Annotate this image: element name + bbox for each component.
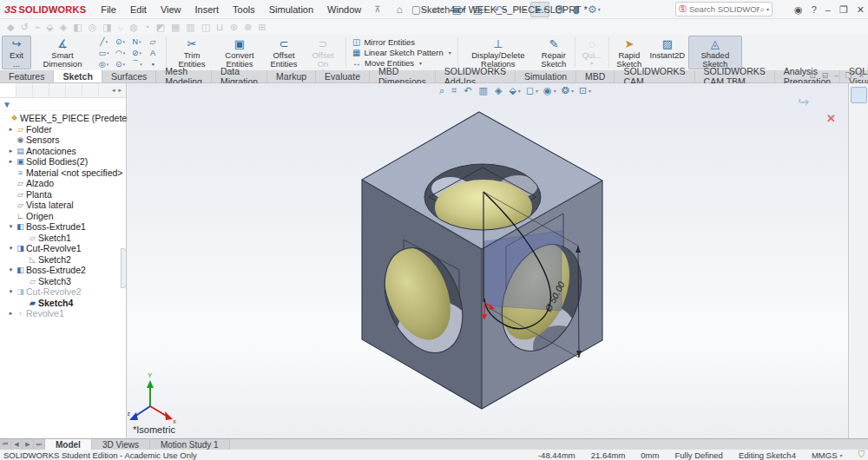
ribbon-tab[interactable]: SOLIDWORKS CAM TBM xyxy=(695,70,775,82)
model-canvas[interactable]: Ø 50.00 Y x z xyxy=(128,83,848,438)
minimize-icon[interactable]: – xyxy=(825,4,831,15)
tree-item-cut-revolve2[interactable]: ▾ ◨ Cut-Revolve2 xyxy=(0,286,126,298)
ellipse-tool-icon[interactable]: ⊘▾ xyxy=(128,47,145,58)
tree-item-origin[interactable]: ∟ Origen xyxy=(0,211,126,222)
file-explorer-icon[interactable] xyxy=(851,144,867,161)
tree-item-cut-revolve1[interactable]: ▾ ◨ Cut-Revolve1 xyxy=(0,243,126,254)
menu-item[interactable]: View xyxy=(155,3,187,16)
cancel-sketch-icon[interactable]: ✕ xyxy=(826,112,836,125)
restore-icon[interactable]: ❐ xyxy=(839,4,848,16)
ribbon-tab[interactable]: Mesh Modeling xyxy=(156,70,212,82)
tab-scroll-first-icon[interactable]: ⏮ xyxy=(0,439,11,450)
display-delete-relations-button[interactable]: ⊥ Display/Delete Relations ▾ xyxy=(461,36,536,69)
menu-item[interactable]: Window xyxy=(321,3,367,16)
tree-item-material[interactable]: ≡ Material <not specified> xyxy=(0,168,126,179)
ribbon-tab[interactable]: SOLIDWORKS CAM xyxy=(615,70,694,82)
expand-arrow-icon[interactable]: ▾ xyxy=(7,245,15,252)
ribbon-tab[interactable]: Features xyxy=(0,70,54,82)
tree-item-folder[interactable]: ▸ ▱ Folder xyxy=(0,124,126,135)
custom-properties-icon[interactable] xyxy=(851,201,867,218)
panel-scroll-left-icon[interactable]: ◂ xyxy=(112,87,115,94)
ribbon-tab[interactable]: Evaluate xyxy=(316,70,370,82)
expand-arrow-icon[interactable]: ▸ xyxy=(7,148,15,154)
rapid-sketch-button[interactable]: ➤ Rapid Sketch xyxy=(612,36,647,69)
configurationmanager-tab-icon[interactable] xyxy=(33,83,49,97)
study-tab[interactable]: 3D Views xyxy=(92,439,150,450)
sketch-plane-tool-icon[interactable]: ▱ xyxy=(145,36,161,47)
smart-dimension-button[interactable]: ∡ Smart Dimension ▾ xyxy=(31,36,94,69)
instant2d-button[interactable]: ▨ Instant2D xyxy=(647,36,688,69)
tree-item-boss-extrude2[interactable]: ▾ ◧ Boss-Extrude2 xyxy=(0,265,126,276)
exit-sketch-button[interactable]: ↪ Exit ... ▾ xyxy=(2,36,31,69)
menu-item[interactable]: Edit xyxy=(124,3,153,16)
appearances-scenes-icon[interactable] xyxy=(851,182,867,199)
home-icon[interactable]: ⌂ xyxy=(393,2,407,17)
tree-item-boss-extrude1[interactable]: ▾ ◧ Boss-Extrude1 xyxy=(0,221,126,233)
study-tab[interactable]: Model xyxy=(45,439,92,450)
tree-item-sketch2[interactable]: ◺ Sketch2 xyxy=(0,254,126,266)
filter-icon[interactable]: ▼ xyxy=(3,100,11,109)
mirror-entities-button[interactable]: ◫ Mirror Entities xyxy=(352,37,451,47)
tree-item-sketch1[interactable]: ▱ Sketch1 xyxy=(0,233,126,244)
rectangle-tool-icon[interactable]: ▭▾ xyxy=(95,47,112,58)
minimize-doc-icon[interactable]: – xyxy=(834,71,838,80)
propertymanager-tab-icon[interactable] xyxy=(16,83,33,97)
ribbon-tab[interactable]: MBD xyxy=(576,70,615,82)
tab-scroll-next-icon[interactable]: ▶ xyxy=(23,439,34,450)
ribbon-tab[interactable]: Simulation xyxy=(516,70,576,82)
cam-tab-icon[interactable] xyxy=(82,83,99,97)
ribbon-tab[interactable]: SOLIDWORKS Add-Ins xyxy=(436,70,516,82)
view-palette-icon[interactable] xyxy=(851,163,867,180)
tree-item-sketch3[interactable]: ▱ Sketch3 xyxy=(0,276,126,287)
fillet-tool-icon[interactable]: ⌒▾ xyxy=(128,58,145,69)
expand-arrow-icon[interactable]: ▸ xyxy=(7,158,15,165)
panel-tab-arrows[interactable]: ◂ ▸ xyxy=(112,87,124,94)
search-input[interactable] xyxy=(689,4,760,14)
confirm-exit-sketch-icon[interactable]: ↪ xyxy=(798,94,809,110)
close-doc-icon[interactable]: ✕ xyxy=(858,71,865,80)
tree-item-plane-top[interactable]: ▱ Planta xyxy=(0,189,126,200)
trim-entities-button[interactable]: ✂ Trim Entities ▾ xyxy=(169,36,214,69)
expand-arrow-icon[interactable]: ▾ xyxy=(7,223,15,230)
tags-icon[interactable]: ⛉ xyxy=(858,450,865,460)
ribbon-tab[interactable]: Surfaces xyxy=(102,70,156,82)
panel-scroll-right-icon[interactable]: ▸ xyxy=(118,87,122,94)
expand-arrow-icon[interactable]: ▾ xyxy=(7,288,15,295)
close-icon[interactable]: ✕ xyxy=(857,4,865,16)
tree-item-part[interactable]: ❖ WEEK_5_PIECE (Predeterminado) xyxy=(0,113,126,124)
help-search-box[interactable]: ⓢ ⌕ ▾ xyxy=(675,2,773,16)
dimxpertmanager-tab-icon[interactable] xyxy=(49,83,66,97)
tree-item-sensors[interactable]: ◉ Sensors xyxy=(0,135,126,146)
help-icon[interactable]: ? xyxy=(812,4,817,15)
menu-item[interactable]: Tools xyxy=(227,3,261,16)
undock-icon[interactable]: ⊟ xyxy=(822,71,829,80)
tree-item-sketch4[interactable]: ▰ Sketch4 xyxy=(0,298,126,309)
menu-item[interactable]: Insert xyxy=(189,3,226,16)
arc-tool-icon[interactable]: ◠▾ xyxy=(112,47,128,58)
user-account-icon[interactable]: ◉ xyxy=(794,4,803,16)
circle-tool-icon[interactable]: ⊙▾ xyxy=(112,36,128,47)
polygon-tool-icon[interactable]: ⊙▾ xyxy=(112,58,128,69)
linear-sketch-pattern-button[interactable]: ▦ Linear Sketch Pattern ▾ xyxy=(352,48,451,57)
study-tab[interactable]: Motion Study 1 xyxy=(150,439,230,450)
offset-entities-button[interactable]: ⊂ Offset Entities xyxy=(265,36,303,69)
tree-item-annotations[interactable]: ▸ ▤ Anotaciones xyxy=(0,146,126,157)
dock-icon[interactable]: ⊡ xyxy=(809,71,816,80)
ribbon-tab[interactable]: Sketch xyxy=(54,70,102,82)
search-icon[interactable]: ⌕ xyxy=(760,4,765,15)
unit-system-selector[interactable]: MMGS ▾ xyxy=(812,450,843,460)
tree-item-plane-side[interactable]: ▱ Vista lateral xyxy=(0,200,126,211)
design-library-icon[interactable] xyxy=(851,125,867,141)
restore-doc-icon[interactable]: ❐ xyxy=(845,71,852,80)
spline-tool-icon[interactable]: Ν▾ xyxy=(128,36,145,47)
ribbon-tab[interactable]: Markup xyxy=(267,70,316,82)
search-dropdown-icon[interactable]: ▾ xyxy=(766,6,769,12)
panel-splitter-handle[interactable] xyxy=(121,248,127,288)
expand-arrow-icon[interactable]: ▸ xyxy=(7,126,15,133)
point-tool-icon[interactable]: ▪ xyxy=(145,58,161,69)
threedexperience-icon[interactable] xyxy=(851,87,867,103)
tab-scroll-prev-icon[interactable]: ◀ xyxy=(11,439,23,450)
slot-tool-icon[interactable]: ◎▾ xyxy=(95,58,112,69)
convert-entities-button[interactable]: ▣ Convert Entities ▾ xyxy=(214,36,265,69)
resources-home-icon[interactable] xyxy=(851,106,867,122)
